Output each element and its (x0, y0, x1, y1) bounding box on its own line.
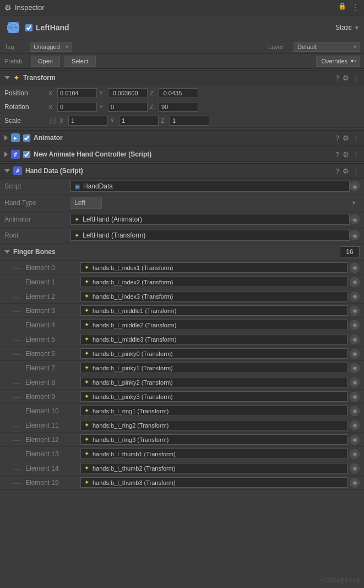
root-circle-btn[interactable]: ◉ (350, 230, 360, 240)
animator-active-checkbox[interactable] (23, 134, 30, 142)
scale-y-label: Y (110, 117, 117, 124)
element-rows-container: — Element 0 ✦ hands:b_l_index1 (Transfor… (0, 261, 364, 490)
element-circle-btn-2[interactable]: ◉ (350, 292, 360, 301)
animator-menu-icon[interactable]: ⋮ (352, 134, 360, 142)
element-transform-icon-6: ✦ (84, 350, 89, 357)
script-circle-btn[interactable]: ◉ (350, 181, 360, 191)
element-row: — Element 12 ✦ hands:b_l_ring3 (Transfor… (0, 433, 364, 447)
position-label: Position (4, 89, 48, 97)
element-transform-icon-2: ✦ (84, 293, 89, 300)
hand-data-expand-arrow[interactable] (4, 169, 10, 172)
element-dash: — (13, 378, 21, 387)
transform-fields: Position X Y Z Rotation X Y Z Scale ⛓ X … (0, 85, 364, 129)
prefab-overrides-button[interactable]: Overrides ▼ (316, 56, 360, 67)
prefab-open-button[interactable]: Open (31, 56, 60, 67)
transform-menu-icon[interactable]: ⋮ (352, 74, 360, 82)
nahc-active-checkbox[interactable] (23, 151, 30, 158)
element-circle-btn-5[interactable]: ◉ (350, 335, 360, 344)
element-circle-btn-12[interactable]: ◉ (350, 435, 360, 445)
element-dash: — (13, 421, 21, 430)
element-circle-btn-9[interactable]: ◉ (350, 392, 360, 402)
title-bar: ⚙ Inspector 🔒 ⋮ (0, 0, 364, 15)
transform-title: Transform (23, 74, 332, 82)
animator-circle-btn[interactable]: ◉ (350, 214, 360, 224)
tag-select[interactable]: Untagged (30, 42, 72, 52)
element-circle-btn-11[interactable]: ◉ (350, 420, 360, 430)
transform-settings-icon[interactable]: ⚙ (343, 74, 349, 82)
element-transform-icon-12: ✦ (84, 436, 89, 443)
element-value-text-14: hands:b_l_thumb2 (Transform) (93, 465, 176, 472)
scale-y-input[interactable] (119, 116, 159, 126)
hand-data-help-icon[interactable]: ? (335, 167, 339, 175)
element-transform-icon-9: ✦ (84, 393, 89, 400)
rotation-x-input[interactable] (57, 102, 97, 112)
hand-type-select[interactable]: Left Right (70, 197, 102, 209)
watermark: +CSDN@YY-nb (320, 578, 360, 584)
animator-help-icon[interactable]: ? (335, 134, 339, 142)
element-circle-btn-15[interactable]: ◉ (350, 478, 360, 488)
finger-bones-expand-arrow[interactable] (4, 250, 10, 253)
object-active-checkbox[interactable] (25, 24, 32, 31)
root-field-row: Root ✦ LeftHand (Transform) ◉ (0, 228, 364, 244)
scale-link-icon: ⛓ (48, 116, 56, 125)
nahc-help-icon[interactable]: ? (335, 150, 339, 159)
element-value-11: ✦ hands:b_l_ring2 (Transform) (80, 420, 347, 430)
transform-help-icon[interactable]: ? (335, 74, 339, 82)
element-label-10: Element 10 (25, 407, 80, 415)
element-circle-btn-4[interactable]: ◉ (350, 320, 360, 330)
prefab-select-button[interactable]: Select (64, 56, 96, 67)
position-y-input[interactable] (108, 88, 148, 98)
scale-x-input[interactable] (68, 116, 108, 126)
element-circle-btn-10[interactable]: ◉ (350, 406, 360, 416)
script-field-row: Script ▣ HandData ◉ (0, 179, 364, 195)
element-circle-btn-3[interactable]: ◉ (350, 306, 360, 316)
element-circle-btn-0[interactable]: ◉ (350, 263, 360, 273)
nahc-expand-arrow[interactable] (4, 152, 8, 157)
animator-icon: ► (11, 133, 20, 142)
element-circle-btn-7[interactable]: ◉ (350, 363, 360, 373)
transform-section-header: ✦ Transform ? ⚙ ⋮ (0, 70, 364, 85)
element-circle-btn-1[interactable]: ◉ (350, 277, 360, 287)
element-transform-icon-10: ✦ (84, 407, 89, 414)
element-circle-btn-14[interactable]: ◉ (350, 463, 360, 473)
position-z-input[interactable] (159, 88, 198, 98)
position-x-input[interactable] (57, 88, 97, 98)
element-dash: — (13, 392, 21, 401)
element-dash: — (13, 478, 21, 487)
static-label: Static (335, 24, 352, 31)
layer-select[interactable]: Default (294, 42, 360, 52)
element-label-5: Element 5 (25, 336, 80, 343)
hand-data-header: # Hand Data (Script) ? ⚙ ⋮ (0, 163, 364, 179)
title-bar-text: Inspector (15, 3, 338, 12)
lock-icon[interactable]: 🔒 (338, 2, 346, 13)
animator-title: Animator (34, 134, 332, 142)
hand-data-menu-icon[interactable]: ⋮ (352, 167, 360, 175)
animator-field-label: Animator (4, 215, 70, 223)
transform-expand-arrow[interactable] (4, 76, 10, 79)
element-row: — Element 8 ✦ hands:b_l_pinky2 (Transfor… (0, 375, 364, 390)
static-dropdown-arrow[interactable]: ▼ (354, 25, 360, 31)
rotation-row: Rotation X Y Z (0, 100, 364, 114)
element-value-text-6: hands:b_l_pinky0 (Transform) (93, 350, 173, 357)
element-value-text-8: hands:b_l_pinky2 (Transform) (93, 379, 173, 386)
more-icon[interactable]: ⋮ (351, 2, 360, 13)
element-label-0: Element 0 (25, 264, 80, 272)
element-circle-btn-8[interactable]: ◉ (350, 377, 360, 387)
element-row: — Element 2 ✦ hands:b_l_index3 (Transfor… (0, 289, 364, 304)
rotation-z-input[interactable] (159, 102, 198, 112)
element-label-9: Element 9 (25, 393, 80, 401)
hand-data-settings-icon[interactable]: ⚙ (343, 167, 349, 175)
element-circle-btn-6[interactable]: ◉ (350, 349, 360, 359)
new-animate-hand-controller-section: # New Animate Hand Controller (Script) ?… (0, 147, 364, 162)
element-row: — Element 4 ✦ hands:b_l_middle2 (Transfo… (0, 318, 364, 332)
element-label-2: Element 2 (25, 293, 80, 300)
animator-settings-icon[interactable]: ⚙ (343, 134, 349, 142)
element-circle-btn-13[interactable]: ◉ (350, 449, 360, 459)
element-value-10: ✦ hands:b_l_ring1 (Transform) (80, 406, 347, 416)
element-value-text-12: hands:b_l_ring3 (Transform) (93, 436, 169, 443)
scale-z-input[interactable] (170, 116, 209, 126)
animator-expand-arrow[interactable] (4, 135, 8, 141)
nahc-menu-icon[interactable]: ⋮ (352, 150, 360, 159)
nahc-settings-icon[interactable]: ⚙ (343, 150, 349, 159)
rotation-y-input[interactable] (108, 102, 148, 112)
